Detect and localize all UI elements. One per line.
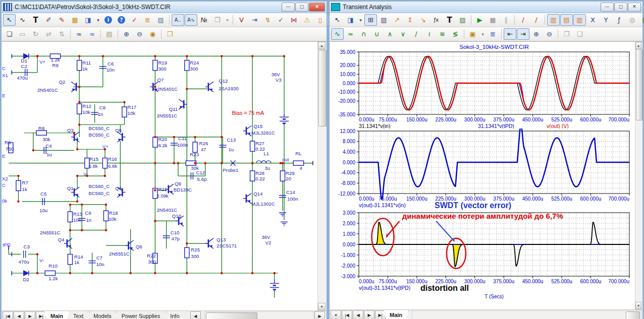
- cursor-slope-icon[interactable]: ∕: [530, 14, 543, 26]
- global-low-icon[interactable]: ≋: [436, 28, 449, 40]
- properties-icon[interactable]: ▨: [456, 14, 469, 26]
- info-mode-icon[interactable]: i: [102, 14, 115, 26]
- shape-dropdown-icon[interactable]: ▾: [95, 14, 101, 26]
- hscroll-thumb[interactable]: [626, 311, 640, 319]
- analysis-plot-area[interactable]: 35.00020.00010.0000.000-10.000-20.000-35…: [330, 41, 642, 309]
- outline-icon[interactable]: ▯: [314, 14, 327, 26]
- schematic-vertical-scrollbar[interactable]: ▲ ▼: [317, 42, 327, 310]
- y-scale-icon[interactable]: Y: [600, 14, 612, 26]
- rotate-icon[interactable]: ↻: [29, 28, 42, 40]
- close-button[interactable]: ✕: [628, 3, 641, 12]
- low-icon[interactable]: ∨: [397, 28, 409, 40]
- polygon-mode-icon[interactable]: ✎: [56, 14, 68, 26]
- rectangle-icon[interactable]: ▭: [16, 28, 29, 40]
- annotation-icon[interactable]: ▤: [103, 28, 116, 40]
- scale-mode-icon[interactable]: ⊞: [364, 14, 377, 26]
- scroll-down-arrow[interactable]: ▼: [635, 302, 641, 309]
- global-high-icon[interactable]: ≀: [423, 28, 436, 40]
- bring-front-icon[interactable]: ❐: [560, 28, 573, 40]
- peak-icon[interactable]: ∩: [357, 28, 370, 40]
- track-wave-icon[interactable]: ≈: [344, 28, 357, 40]
- zoom-in-icon[interactable]: ⊕: [530, 28, 543, 40]
- shape-mode-icon[interactable]: ◨: [82, 14, 94, 26]
- copy-picture-icon[interactable]: ❐: [211, 14, 224, 26]
- cursor-mode-icon[interactable]: ↖: [331, 14, 344, 26]
- stop-icon[interactable]: ■: [487, 14, 499, 26]
- text-mode-icon[interactable]: T: [29, 14, 42, 26]
- x-scale-icon[interactable]: X: [586, 14, 599, 26]
- maximize-button[interactable]: ▢: [295, 3, 308, 12]
- find-next-icon[interactable]: ∞: [86, 28, 98, 40]
- close-button[interactable]: ✕: [309, 3, 325, 12]
- find-part-icon[interactable]: ▦: [69, 14, 81, 26]
- schematic-canvas[interactable]: D1C2470u1.2kR9R111kC610nQ22N5401CR1210kC…: [2, 41, 327, 310]
- hscroll-thumb[interactable]: [206, 312, 257, 319]
- annotate-dropdown-icon[interactable]: ▾: [357, 14, 364, 26]
- find-icon[interactable]: ∞: [73, 28, 85, 40]
- currents-icon[interactable]: ⇥: [248, 14, 261, 26]
- top-bottom-icon[interactable]: ≶: [449, 28, 462, 40]
- plot-layout-vertical-icon[interactable]: ▥: [547, 14, 560, 26]
- high-icon[interactable]: ∧: [384, 28, 396, 40]
- align-cursor-left-icon[interactable]: ⇤: [504, 28, 516, 40]
- page-nav-button[interactable]: ◀: [14, 311, 24, 319]
- tab-power-supplies[interactable]: Power Supplies: [115, 311, 167, 319]
- clipboard-dropdown-icon[interactable]: ▾: [479, 28, 486, 40]
- select-mode-icon[interactable]: ↖: [3, 14, 16, 26]
- help-mode-icon[interactable]: ?: [115, 14, 128, 26]
- page-nav-button[interactable]: ◀: [353, 310, 363, 319]
- copy-dropdown-icon[interactable]: ▾: [224, 14, 231, 26]
- document-check-icon[interactable]: ✓: [128, 14, 141, 26]
- valley-icon[interactable]: ∪: [370, 28, 383, 40]
- tab-models[interactable]: Models: [87, 311, 118, 319]
- zoom-100-icon[interactable]: ◉: [146, 28, 159, 40]
- point-to-end-icon[interactable]: ≣: [141, 14, 154, 26]
- show-node-numbers-icon[interactable]: №: [198, 14, 210, 26]
- annotate-icon[interactable]: ◨: [344, 14, 357, 26]
- send-back-icon[interactable]: ❑: [573, 28, 586, 40]
- flip-vertical-icon[interactable]: ⇅: [56, 28, 68, 40]
- page-nav-button[interactable]: ▾: [331, 310, 341, 319]
- analysis-titlebar[interactable]: Transient Analysis —▢✕: [330, 2, 642, 13]
- wire-mode-icon[interactable]: ∿: [16, 14, 29, 26]
- zoom-x-icon[interactable]: ↗: [391, 14, 403, 26]
- flip-horizontal-icon[interactable]: ⇄: [42, 28, 55, 40]
- page-nav-button[interactable]: ▶: [25, 311, 35, 319]
- pan-mode-icon[interactable]: ↘: [417, 14, 430, 26]
- zoom-y-icon[interactable]: ↕: [404, 14, 416, 26]
- zoom-out-icon[interactable]: ⊖: [133, 28, 146, 40]
- node-voltages-icon[interactable]: V: [235, 14, 248, 26]
- page-nav-button[interactable]: |◀: [342, 310, 352, 319]
- inflection-icon[interactable]: ∕: [410, 28, 422, 40]
- text-mode-icon[interactable]: T: [443, 14, 456, 26]
- show-attribute-text-icon[interactable]: A‥: [172, 14, 184, 26]
- hscroll-right-arrow[interactable]: ▶: [314, 311, 325, 319]
- pause-icon[interactable]: ∥: [500, 14, 512, 26]
- fx-scale-icon[interactable]: ƒ: [613, 14, 625, 26]
- horizontal-scrollbar[interactable]: [204, 311, 314, 319]
- horizontal-scrollbar[interactable]: [412, 310, 641, 319]
- warning-icon[interactable]: ⚠: [301, 14, 313, 26]
- scroll-thumb[interactable]: [636, 49, 642, 120]
- hscroll-left-arrow[interactable]: ◀: [190, 311, 201, 319]
- clipboard-icon[interactable]: ▣: [466, 28, 479, 40]
- scroll-thumb[interactable]: [318, 50, 327, 126]
- slope-icon[interactable]: ∕: [517, 14, 529, 26]
- tab-info[interactable]: Info: [164, 311, 186, 319]
- maximize-button[interactable]: ▢: [614, 3, 627, 12]
- scroll-up-arrow[interactable]: ▲: [635, 42, 641, 49]
- page-nav-button[interactable]: |◀: [3, 311, 13, 319]
- function-icon[interactable]: ƒx: [430, 14, 443, 26]
- schematic-titlebar[interactable]: C:\MC11\DATA\Petrov\Sokol-3\Sokol-3_10kH…: [2, 2, 327, 13]
- pin-connections-icon[interactable]: ⋈: [288, 14, 300, 26]
- minimize-button[interactable]: —: [282, 3, 295, 12]
- scroll-up-arrow[interactable]: ▲: [318, 42, 326, 49]
- page-icon[interactable]: ❒: [164, 28, 176, 40]
- conditions-icon[interactable]: ✓: [275, 14, 287, 26]
- plot-layout-overlay-icon[interactable]: ▥: [573, 14, 586, 26]
- analysis-vertical-scrollbar[interactable]: ▲ ▼: [635, 42, 642, 309]
- plot-layout-horizontal-icon[interactable]: ▤: [560, 14, 573, 26]
- cursor-wave-icon[interactable]: ∿: [331, 28, 344, 40]
- tab-main[interactable]: Main: [383, 310, 409, 319]
- align-cursor-right-icon[interactable]: ⇥: [517, 28, 529, 40]
